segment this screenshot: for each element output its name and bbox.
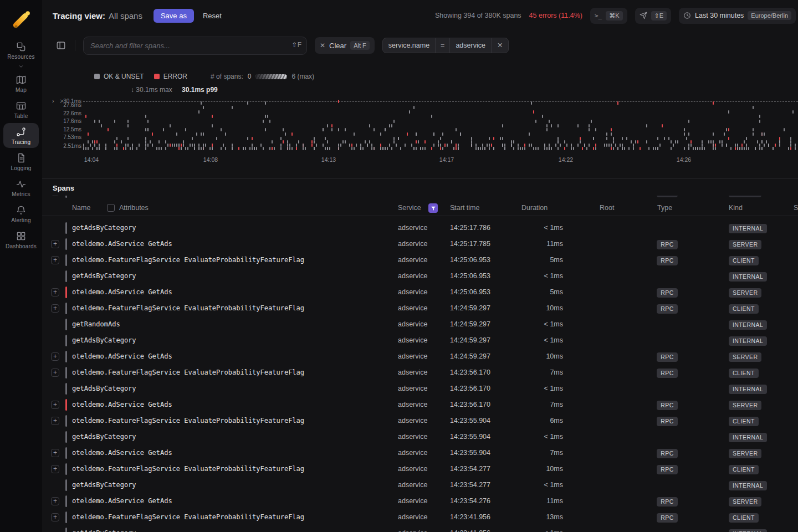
- table-row[interactable]: +oteldemo.FeatureFlagService EvaluatePro…: [42, 365, 798, 381]
- table-row[interactable]: +oteldemo.FeatureFlagService EvaluatePro…: [42, 413, 798, 429]
- col-service[interactable]: Service: [398, 200, 421, 216]
- errors-summary: 45 errors (11.4%): [529, 12, 582, 19]
- span-name: oteldemo.AdService GetAds: [72, 445, 172, 461]
- dashboards-icon: [16, 231, 27, 242]
- kind-badge: INTERNAL: [729, 433, 767, 442]
- span-start-time: 14:25:17.785: [450, 196, 490, 200]
- latency-scatter[interactable]: [83, 95, 798, 153]
- expand-button[interactable]: +: [51, 196, 59, 196]
- send-icon: [640, 12, 647, 19]
- expand-button[interactable]: +: [51, 497, 59, 505]
- table-row[interactable]: +oteldemo.AdService GetAdsadservice14:23…: [42, 445, 798, 461]
- table-row[interactable]: +oteldemo.AdService GetAdsadservice14:23…: [42, 397, 798, 413]
- kind-badge: CLIENT: [729, 465, 759, 474]
- span-duration: 10ms: [518, 300, 563, 316]
- legend-error[interactable]: ERROR: [154, 73, 187, 80]
- expand-button[interactable]: +: [51, 513, 59, 521]
- sidebar-item-label: Metrics: [12, 191, 30, 197]
- save-as-button[interactable]: Save as: [154, 9, 194, 23]
- expand-button[interactable]: +: [51, 352, 59, 361]
- clear-filters-button[interactable]: ✕ Clear Alt F: [315, 37, 375, 54]
- kind-badge: CLIENT: [729, 513, 759, 523]
- span-start-time: 14:23:55.904: [450, 445, 490, 461]
- reset-button[interactable]: Reset: [203, 12, 222, 20]
- main-content: Tracing view: All spans Save as Reset Sh…: [42, 0, 798, 532]
- remove-filter-icon[interactable]: ✕: [491, 38, 509, 53]
- type-badge: RPC: [657, 465, 677, 474]
- filter-key[interactable]: service.name: [382, 38, 436, 53]
- sidebar-item-tracing[interactable]: Tracing: [3, 123, 39, 148]
- col-attributes[interactable]: Attributes: [119, 200, 149, 216]
- expand-button[interactable]: +: [51, 240, 59, 248]
- sidebar-item-metrics[interactable]: Metrics: [3, 175, 39, 200]
- kind-badge: CLIENT: [729, 369, 759, 378]
- error-swatch: [154, 74, 160, 79]
- table-row[interactable]: +oteldemo.AdService GetAdsadservice14:25…: [42, 284, 798, 300]
- divider: [75, 40, 75, 51]
- attributes-checkbox[interactable]: [107, 204, 115, 212]
- col-name[interactable]: Name: [72, 200, 90, 216]
- share-button[interactable]: ⇧E: [635, 8, 672, 24]
- sidebar-item-alerting[interactable]: Alerting: [3, 201, 39, 226]
- expand-button[interactable]: +: [51, 256, 59, 264]
- sidebar-item-table[interactable]: Table: [3, 97, 39, 122]
- service-filter-icon[interactable]: [428, 203, 438, 213]
- span-name: getRandomAds: [72, 316, 120, 332]
- span-duration: 7ms: [518, 445, 563, 461]
- col-duration[interactable]: Duration: [521, 200, 548, 216]
- sidebar-item-resources[interactable]: Resources: [3, 38, 39, 70]
- span-duration: 7ms: [518, 365, 563, 381]
- time-range-picker[interactable]: Last 30 minutes Europe/Berlin: [679, 8, 796, 24]
- span-status-bar: [65, 254, 67, 266]
- kind-badge: SERVER: [729, 497, 761, 507]
- col-kind[interactable]: Kind: [729, 200, 743, 216]
- table-row[interactable]: +getRandomAdsadservice14:24:59.297< 1msI…: [42, 316, 798, 332]
- span-name: oteldemo.FeatureFlagService EvaluateProb…: [72, 365, 304, 381]
- span-duration: 11ms: [518, 493, 563, 509]
- table-row[interactable]: +getAdsByCategoryadservice14:24:59.297< …: [42, 332, 798, 349]
- expand-button[interactable]: +: [51, 401, 59, 409]
- metrics-icon: [16, 178, 27, 190]
- table-row[interactable]: +oteldemo.FeatureFlagService EvaluatePro…: [42, 509, 798, 525]
- search-field: ⇧F: [83, 37, 307, 55]
- collapse-panel-icon[interactable]: [56, 40, 66, 50]
- filter-value[interactable]: adservice: [449, 38, 492, 53]
- col-type[interactable]: Type: [657, 200, 672, 216]
- latency-scatter-chart[interactable]: › >30.1ms27.6ms22.6ms17.6ms12.5ms7.53ms2…: [42, 95, 798, 167]
- table-row[interactable]: +oteldemo.FeatureFlagService EvaluatePro…: [42, 300, 798, 316]
- col-root[interactable]: Root: [600, 200, 614, 216]
- expand-button[interactable]: +: [51, 449, 59, 457]
- table-row[interactable]: +getAdsByCategoryadservice14:25:17.786< …: [42, 220, 798, 236]
- table-row[interactable]: +oteldemo.FeatureFlagService EvaluatePro…: [42, 461, 798, 477]
- sidebar-item-map[interactable]: Map: [3, 71, 39, 96]
- expand-button[interactable]: +: [51, 288, 59, 296]
- sidebar-item-dashboards[interactable]: Dashboards: [3, 227, 39, 252]
- command-palette-button[interactable]: >_ ⌘K: [590, 8, 627, 24]
- span-duration: 10ms: [518, 461, 563, 477]
- span-name: getAdsByCategory: [72, 332, 136, 349]
- table-row[interactable]: +oteldemo.FeatureFlagService EvaluatePro…: [42, 252, 798, 268]
- table-row[interactable]: +getAdsByCategoryadservice14:25:06.953< …: [42, 268, 798, 284]
- spans-table-body: +getAdsByCategoryadservice14:25:17.786< …: [42, 220, 798, 532]
- span-start-time: 14:23:56.170: [450, 381, 490, 397]
- table-row[interactable]: +getAdsByCategoryadservice14:23:56.170< …: [42, 381, 798, 397]
- table-row[interactable]: +oteldemo.AdService GetAdsadservice14:25…: [42, 236, 798, 252]
- search-input[interactable]: [83, 37, 307, 55]
- expand-button[interactable]: +: [51, 417, 59, 425]
- col-status[interactable]: Status: [794, 200, 798, 216]
- sidebar-item-logging[interactable]: Logging: [3, 149, 39, 174]
- expand-button[interactable]: +: [51, 304, 59, 313]
- table-row[interactable]: +getAdsByCategoryadservice14:23:41.956< …: [42, 525, 798, 532]
- view-title: Tracing view:: [53, 11, 105, 21]
- table-row[interactable]: +getAdsByCategoryadservice14:23:55.904< …: [42, 429, 798, 445]
- table-row[interactable]: +oteldemo.AdService GetAdsadservice14:25…: [42, 196, 798, 200]
- expand-button[interactable]: +: [51, 465, 59, 473]
- table-row[interactable]: +oteldemo.AdService GetAdsadservice14:24…: [42, 349, 798, 365]
- table-row[interactable]: +getAdsByCategoryadservice14:23:54.277< …: [42, 477, 798, 493]
- kind-badge: SERVER: [729, 352, 761, 362]
- app-logo[interactable]: [9, 8, 33, 32]
- expand-button[interactable]: +: [51, 369, 59, 377]
- table-row[interactable]: +oteldemo.AdService GetAdsadservice14:23…: [42, 493, 798, 509]
- filter-operator[interactable]: =: [435, 38, 450, 53]
- legend-ok[interactable]: OK & UNSET: [94, 73, 144, 80]
